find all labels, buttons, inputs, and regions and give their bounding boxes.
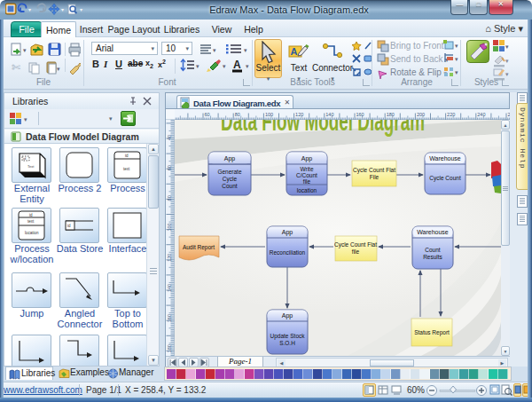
svg-text:60: 60 bbox=[167, 165, 172, 170]
svg-text:A: A bbox=[233, 59, 241, 71]
svg-text:▾: ▾ bbox=[28, 7, 31, 12]
svg-text:location: location bbox=[25, 231, 39, 235]
svg-text:text: text bbox=[123, 167, 130, 171]
svg-text:120: 120 bbox=[295, 112, 303, 117]
svg-text:▾: ▾ bbox=[213, 47, 216, 53]
svg-text:✄: ✄ bbox=[12, 61, 20, 74]
svg-text:Status Report: Status Report bbox=[414, 329, 450, 336]
svg-text:160: 160 bbox=[167, 314, 172, 322]
svg-text:240: 240 bbox=[477, 112, 485, 117]
svg-text:140: 140 bbox=[325, 112, 333, 117]
svg-text:Warehouse: Warehouse bbox=[417, 229, 449, 235]
svg-text:Cycle Count Flat: Cycle Count Flat bbox=[334, 241, 377, 248]
svg-text:▾: ▾ bbox=[57, 66, 60, 72]
svg-text:Count: Count bbox=[222, 183, 238, 189]
svg-text:Cycle: Cycle bbox=[223, 176, 238, 183]
svg-text:▾: ▾ bbox=[455, 43, 458, 49]
svg-text:id: id bbox=[67, 224, 71, 228]
svg-text:100: 100 bbox=[167, 223, 172, 231]
svg-text:60: 60 bbox=[205, 112, 210, 117]
svg-text:App: App bbox=[301, 155, 313, 162]
svg-text:text: text bbox=[27, 219, 35, 224]
svg-text:▾: ▾ bbox=[23, 47, 27, 53]
svg-text:App: App bbox=[282, 229, 293, 236]
svg-text:Text: Text bbox=[27, 164, 35, 169]
svg-text:C/Count: C/Count bbox=[296, 172, 317, 178]
svg-text:40: 40 bbox=[167, 135, 172, 140]
svg-text:Update Stock: Update Stock bbox=[270, 333, 305, 340]
svg-text:App: App bbox=[224, 155, 236, 162]
svg-text:Data Flow Model Diagram: Data Flow Model Diagram bbox=[221, 120, 425, 137]
svg-text:Generate: Generate bbox=[217, 169, 241, 175]
svg-text:▾: ▾ bbox=[223, 63, 226, 69]
svg-text:180: 180 bbox=[167, 344, 172, 352]
svg-text:80: 80 bbox=[167, 195, 172, 201]
svg-text:file: file bbox=[303, 178, 311, 185]
svg-text:id: id bbox=[29, 213, 33, 217]
svg-text:Count: Count bbox=[425, 247, 441, 253]
svg-text:200: 200 bbox=[417, 112, 425, 117]
svg-text:220: 220 bbox=[447, 112, 455, 117]
svg-text:▾: ▾ bbox=[505, 58, 509, 64]
svg-text:id: id bbox=[23, 156, 26, 161]
svg-text:Reconciliation: Reconciliation bbox=[270, 249, 306, 256]
svg-text:Cycle Count Flat: Cycle Count Flat bbox=[353, 167, 395, 174]
svg-text:App: App bbox=[282, 312, 293, 319]
svg-text:▾: ▾ bbox=[24, 116, 27, 122]
svg-text:120: 120 bbox=[167, 254, 172, 262]
svg-text:▾: ▾ bbox=[244, 47, 247, 53]
svg-text:▾: ▾ bbox=[505, 43, 509, 50]
svg-text:file: file bbox=[352, 248, 360, 255]
svg-text:Write: Write bbox=[300, 166, 313, 172]
svg-text:▾: ▾ bbox=[455, 69, 458, 75]
svg-text:location: location bbox=[297, 187, 317, 193]
svg-text:S.O.H: S.O.H bbox=[279, 340, 295, 346]
svg-text:100: 100 bbox=[265, 112, 273, 117]
svg-text:Warehouse: Warehouse bbox=[429, 155, 461, 162]
svg-text:▾: ▾ bbox=[455, 56, 458, 62]
svg-text:▾: ▾ bbox=[505, 71, 509, 77]
svg-text:Cycle Count: Cycle Count bbox=[429, 175, 461, 182]
svg-text:160: 160 bbox=[356, 112, 364, 117]
svg-text:180: 180 bbox=[387, 112, 395, 117]
svg-text:Audit Report: Audit Report bbox=[183, 244, 215, 251]
svg-text:id: id bbox=[125, 154, 129, 158]
svg-text:80: 80 bbox=[235, 112, 240, 117]
svg-text:File: File bbox=[370, 174, 379, 180]
svg-text:140: 140 bbox=[167, 284, 172, 292]
svg-text:Results: Results bbox=[423, 254, 442, 260]
svg-text:▾: ▾ bbox=[246, 63, 249, 69]
svg-text:▾: ▾ bbox=[196, 63, 200, 69]
svg-text:A: A bbox=[291, 46, 298, 57]
